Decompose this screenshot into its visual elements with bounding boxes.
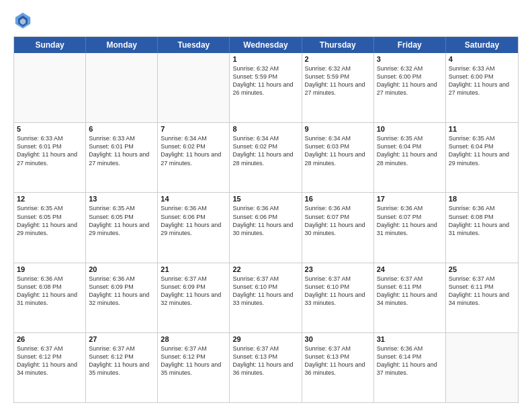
day-number: 6 bbox=[89, 125, 154, 133]
calendar-cell-day-15: 15Sunrise: 6:36 AM Sunset: 6:06 PM Dayli… bbox=[230, 193, 302, 262]
day-header-wednesday: Wednesday bbox=[230, 37, 302, 53]
calendar-cell-empty bbox=[158, 53, 230, 122]
day-number: 2 bbox=[305, 55, 371, 63]
calendar-cell-day-2: 2Sunrise: 6:32 AM Sunset: 5:59 PM Daylig… bbox=[302, 53, 374, 122]
calendar-cell-day-8: 8Sunrise: 6:34 AM Sunset: 6:02 PM Daylig… bbox=[230, 123, 302, 192]
cell-info: Sunrise: 6:35 AM Sunset: 6:04 PM Dayligh… bbox=[449, 134, 515, 167]
calendar-cell-day-5: 5Sunrise: 6:33 AM Sunset: 6:01 PM Daylig… bbox=[14, 123, 86, 192]
day-number: 1 bbox=[232, 55, 298, 63]
cell-info: Sunrise: 6:37 AM Sunset: 6:12 PM Dayligh… bbox=[17, 345, 83, 377]
calendar-body: 1Sunrise: 6:32 AM Sunset: 5:59 PM Daylig… bbox=[14, 53, 518, 402]
calendar-cell-day-29: 29Sunrise: 6:37 AM Sunset: 6:13 PM Dayli… bbox=[230, 333, 302, 402]
calendar-cell-empty bbox=[86, 53, 158, 122]
day-number: 18 bbox=[449, 195, 515, 203]
cell-info: Sunrise: 6:36 AM Sunset: 6:08 PM Dayligh… bbox=[449, 204, 515, 237]
calendar-cell-day-4: 4Sunrise: 6:33 AM Sunset: 6:00 PM Daylig… bbox=[446, 53, 518, 122]
cell-info: Sunrise: 6:33 AM Sunset: 6:01 PM Dayligh… bbox=[89, 134, 154, 167]
day-number: 26 bbox=[17, 335, 83, 343]
cell-info: Sunrise: 6:37 AM Sunset: 6:12 PM Dayligh… bbox=[89, 345, 154, 377]
calendar-cell-day-9: 9Sunrise: 6:34 AM Sunset: 6:03 PM Daylig… bbox=[302, 123, 374, 192]
cell-info: Sunrise: 6:37 AM Sunset: 6:10 PM Dayligh… bbox=[232, 275, 298, 308]
page: SundayMondayTuesdayWednesdayThursdayFrid… bbox=[0, 0, 532, 411]
calendar-cell-day-22: 22Sunrise: 6:37 AM Sunset: 6:10 PM Dayli… bbox=[230, 263, 302, 332]
calendar-cell-day-10: 10Sunrise: 6:35 AM Sunset: 6:04 PM Dayli… bbox=[374, 123, 446, 192]
calendar-cell-day-1: 1Sunrise: 6:32 AM Sunset: 5:59 PM Daylig… bbox=[230, 53, 302, 122]
day-header-sunday: Sunday bbox=[14, 37, 86, 53]
cell-info: Sunrise: 6:32 AM Sunset: 5:59 PM Dayligh… bbox=[232, 64, 298, 97]
day-header-tuesday: Tuesday bbox=[158, 37, 230, 53]
cell-info: Sunrise: 6:36 AM Sunset: 6:06 PM Dayligh… bbox=[161, 204, 226, 237]
cell-info: Sunrise: 6:34 AM Sunset: 6:02 PM Dayligh… bbox=[161, 134, 226, 167]
day-number: 15 bbox=[232, 195, 298, 203]
calendar-cell-empty bbox=[14, 53, 86, 122]
calendar-cell-day-19: 19Sunrise: 6:36 AM Sunset: 6:08 PM Dayli… bbox=[14, 263, 86, 332]
cell-info: Sunrise: 6:36 AM Sunset: 6:07 PM Dayligh… bbox=[377, 204, 443, 237]
calendar-header: SundayMondayTuesdayWednesdayThursdayFrid… bbox=[14, 37, 518, 53]
day-number: 30 bbox=[305, 335, 371, 343]
header bbox=[13, 11, 519, 30]
calendar-row-2: 5Sunrise: 6:33 AM Sunset: 6:01 PM Daylig… bbox=[14, 122, 518, 192]
calendar-cell-day-27: 27Sunrise: 6:37 AM Sunset: 6:12 PM Dayli… bbox=[86, 333, 158, 402]
cell-info: Sunrise: 6:33 AM Sunset: 6:00 PM Dayligh… bbox=[449, 64, 515, 97]
cell-info: Sunrise: 6:35 AM Sunset: 6:04 PM Dayligh… bbox=[377, 134, 443, 167]
day-number: 27 bbox=[89, 335, 154, 343]
calendar-cell-empty bbox=[446, 333, 518, 402]
calendar-cell-day-11: 11Sunrise: 6:35 AM Sunset: 6:04 PM Dayli… bbox=[446, 123, 518, 192]
day-number: 25 bbox=[449, 265, 515, 273]
calendar-cell-day-16: 16Sunrise: 6:36 AM Sunset: 6:07 PM Dayli… bbox=[302, 193, 374, 262]
calendar-cell-day-30: 30Sunrise: 6:37 AM Sunset: 6:13 PM Dayli… bbox=[302, 333, 374, 402]
day-number: 24 bbox=[377, 265, 443, 273]
cell-info: Sunrise: 6:35 AM Sunset: 6:05 PM Dayligh… bbox=[89, 204, 154, 237]
day-number: 11 bbox=[449, 125, 515, 133]
day-number: 7 bbox=[161, 125, 226, 133]
cell-info: Sunrise: 6:36 AM Sunset: 6:14 PM Dayligh… bbox=[377, 345, 443, 377]
day-number: 31 bbox=[377, 335, 443, 343]
calendar-cell-day-7: 7Sunrise: 6:34 AM Sunset: 6:02 PM Daylig… bbox=[158, 123, 230, 192]
cell-info: Sunrise: 6:36 AM Sunset: 6:06 PM Dayligh… bbox=[232, 204, 298, 237]
calendar-row-5: 26Sunrise: 6:37 AM Sunset: 6:12 PM Dayli… bbox=[14, 332, 518, 402]
calendar-cell-day-25: 25Sunrise: 6:37 AM Sunset: 6:11 PM Dayli… bbox=[446, 263, 518, 332]
day-number: 23 bbox=[305, 265, 371, 273]
cell-info: Sunrise: 6:34 AM Sunset: 6:02 PM Dayligh… bbox=[232, 134, 298, 167]
day-header-monday: Monday bbox=[86, 37, 158, 53]
calendar-cell-day-26: 26Sunrise: 6:37 AM Sunset: 6:12 PM Dayli… bbox=[14, 333, 86, 402]
calendar-cell-day-31: 31Sunrise: 6:36 AM Sunset: 6:14 PM Dayli… bbox=[374, 333, 446, 402]
cell-info: Sunrise: 6:32 AM Sunset: 6:00 PM Dayligh… bbox=[377, 64, 443, 97]
cell-info: Sunrise: 6:37 AM Sunset: 6:13 PM Dayligh… bbox=[305, 345, 371, 377]
cell-info: Sunrise: 6:37 AM Sunset: 6:11 PM Dayligh… bbox=[377, 275, 443, 308]
cell-info: Sunrise: 6:37 AM Sunset: 6:13 PM Dayligh… bbox=[232, 345, 298, 377]
cell-info: Sunrise: 6:37 AM Sunset: 6:09 PM Dayligh… bbox=[161, 275, 226, 308]
day-number: 9 bbox=[305, 125, 371, 133]
cell-info: Sunrise: 6:37 AM Sunset: 6:10 PM Dayligh… bbox=[305, 275, 371, 308]
logo bbox=[13, 11, 35, 30]
cell-info: Sunrise: 6:32 AM Sunset: 5:59 PM Dayligh… bbox=[305, 64, 371, 97]
calendar-cell-day-21: 21Sunrise: 6:37 AM Sunset: 6:09 PM Dayli… bbox=[158, 263, 230, 332]
calendar: SundayMondayTuesdayWednesdayThursdayFrid… bbox=[13, 36, 519, 403]
calendar-cell-day-12: 12Sunrise: 6:35 AM Sunset: 6:05 PM Dayli… bbox=[14, 193, 86, 262]
calendar-cell-day-23: 23Sunrise: 6:37 AM Sunset: 6:10 PM Dayli… bbox=[302, 263, 374, 332]
calendar-cell-day-3: 3Sunrise: 6:32 AM Sunset: 6:00 PM Daylig… bbox=[374, 53, 446, 122]
calendar-cell-day-24: 24Sunrise: 6:37 AM Sunset: 6:11 PM Dayli… bbox=[374, 263, 446, 332]
day-number: 5 bbox=[17, 125, 83, 133]
day-number: 13 bbox=[89, 195, 154, 203]
logo-icon bbox=[13, 11, 32, 30]
cell-info: Sunrise: 6:35 AM Sunset: 6:05 PM Dayligh… bbox=[17, 204, 83, 237]
calendar-row-3: 12Sunrise: 6:35 AM Sunset: 6:05 PM Dayli… bbox=[14, 192, 518, 262]
calendar-row-1: 1Sunrise: 6:32 AM Sunset: 5:59 PM Daylig… bbox=[14, 53, 518, 122]
day-number: 10 bbox=[377, 125, 443, 133]
day-header-friday: Friday bbox=[374, 37, 446, 53]
cell-info: Sunrise: 6:37 AM Sunset: 6:12 PM Dayligh… bbox=[161, 345, 226, 377]
calendar-cell-day-6: 6Sunrise: 6:33 AM Sunset: 6:01 PM Daylig… bbox=[86, 123, 158, 192]
calendar-cell-day-17: 17Sunrise: 6:36 AM Sunset: 6:07 PM Dayli… bbox=[374, 193, 446, 262]
calendar-cell-day-13: 13Sunrise: 6:35 AM Sunset: 6:05 PM Dayli… bbox=[86, 193, 158, 262]
day-number: 20 bbox=[89, 265, 154, 273]
cell-info: Sunrise: 6:33 AM Sunset: 6:01 PM Dayligh… bbox=[17, 134, 83, 167]
day-header-thursday: Thursday bbox=[302, 37, 374, 53]
cell-info: Sunrise: 6:36 AM Sunset: 6:08 PM Dayligh… bbox=[17, 275, 83, 308]
calendar-cell-day-18: 18Sunrise: 6:36 AM Sunset: 6:08 PM Dayli… bbox=[446, 193, 518, 262]
calendar-cell-day-14: 14Sunrise: 6:36 AM Sunset: 6:06 PM Dayli… bbox=[158, 193, 230, 262]
calendar-cell-day-20: 20Sunrise: 6:36 AM Sunset: 6:09 PM Dayli… bbox=[86, 263, 158, 332]
calendar-row-4: 19Sunrise: 6:36 AM Sunset: 6:08 PM Dayli… bbox=[14, 263, 518, 332]
cell-info: Sunrise: 6:36 AM Sunset: 6:07 PM Dayligh… bbox=[305, 204, 371, 237]
day-number: 28 bbox=[161, 335, 226, 343]
